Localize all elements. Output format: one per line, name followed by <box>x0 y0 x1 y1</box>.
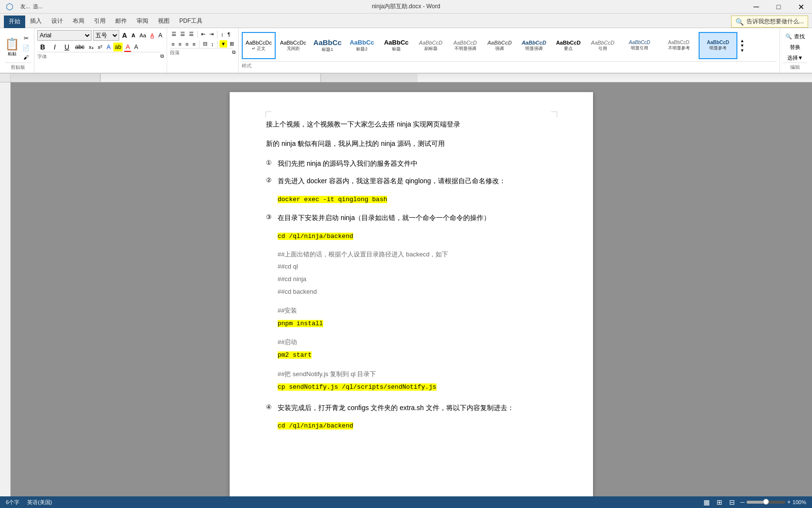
sort-btn[interactable]: ↕ <box>219 31 225 38</box>
maximize-btn[interactable]: □ <box>767 0 790 14</box>
more-btn[interactable]: 选... <box>33 3 43 10</box>
style-quote[interactable]: AaBbCcD 引用 <box>586 32 620 59</box>
num-1: ① <box>266 158 272 169</box>
style-title[interactable]: AaBbCc 标题 <box>379 32 413 59</box>
tab-design[interactable]: 设计 <box>47 15 68 28</box>
justify-btn[interactable]: ≡ <box>191 40 197 48</box>
align-left-btn[interactable]: ≡ <box>170 40 176 48</box>
cut-btn[interactable]: ✂ <box>21 34 31 43</box>
comment-2: ##cd ql <box>278 261 557 272</box>
web-layout-btn[interactable]: ⊟ <box>728 498 736 507</box>
numbered-item-2: ② 首先进入 docker 容器内，我这里容器名是 qinglong，请根据自己… <box>266 175 557 186</box>
zoom-slider[interactable] <box>747 501 785 504</box>
code-block-5: cp sendNotify.js /ql/scripts/sendNotify.… <box>278 381 557 393</box>
borders-btn[interactable]: ⊞ <box>228 40 235 48</box>
code-block-4: pm2 start <box>278 349 557 361</box>
column-btn[interactable]: ⊟ <box>202 40 209 48</box>
highlight-btn[interactable]: ab <box>113 43 123 51</box>
underline-btn[interactable]: U <box>62 42 72 52</box>
format-painter-btn[interactable]: 🖌 <box>21 53 31 61</box>
style-subtle-emphasis[interactable]: AaBbCcD 不明显强调 <box>448 32 482 59</box>
shrink-font-btn[interactable]: A <box>130 32 137 39</box>
select-btn[interactable]: 选择▼ <box>783 53 807 63</box>
style-strong[interactable]: AaBbCcD 要点 <box>551 32 585 59</box>
strikethrough-btn[interactable]: abc <box>74 43 86 51</box>
style-heading2[interactable]: AaBbCc 标题2 <box>345 32 379 59</box>
search-bar[interactable]: 🔍 告诉我您想要做什么... <box>731 16 808 28</box>
style-heading1[interactable]: AaBbCc 标题1 <box>311 32 344 59</box>
annotate-btn[interactable]: A <box>157 31 164 40</box>
edit-group-label: 编辑 <box>783 63 807 71</box>
svg-rect-0 <box>11 74 100 82</box>
paragraph-group-label: 段落 <box>170 48 232 56</box>
shading-btn[interactable]: ▼ <box>219 40 227 48</box>
tab-mailings[interactable]: 邮件 <box>110 15 132 28</box>
clear-format-btn[interactable]: A <box>149 32 156 39</box>
align-center-btn[interactable]: ≡ <box>177 40 183 48</box>
subscript-btn[interactable]: x₂ <box>87 43 95 51</box>
change-case-btn[interactable]: Aa <box>138 32 147 39</box>
minimize-btn[interactable]: ─ <box>745 0 767 14</box>
tab-layout[interactable]: 布局 <box>68 15 89 28</box>
code-3: pnpm install <box>278 320 323 327</box>
code-1: docker exec -it qinglong bash <box>278 196 387 203</box>
styles-scroll-btn[interactable]: ▲ ▼ ▼ <box>739 39 746 53</box>
style-subtitle[interactable]: AaBbCcD 副标题 <box>414 32 448 59</box>
superscript-btn[interactable]: x² <box>96 43 104 51</box>
font-name-selector[interactable]: Arial <box>37 30 92 41</box>
tab-home[interactable]: 开始 <box>4 16 25 28</box>
tab-view[interactable]: 视图 <box>153 15 174 28</box>
numbered-item-1: ① 我们先把 ninja 的源码导入我们的服务器文件中 <box>266 158 557 169</box>
bold-btn[interactable]: B <box>37 42 48 52</box>
zoom-in-btn[interactable]: + <box>787 499 791 506</box>
close-btn[interactable]: ✕ <box>790 0 812 14</box>
style-subtle-ref[interactable]: AaBbCcD 不明显参考 <box>659 32 698 59</box>
grow-font-btn[interactable]: A <box>121 31 128 40</box>
code-5: cp sendNotify.js /ql/scripts/sendNotify.… <box>278 383 437 391</box>
horizontal-ruler <box>11 74 812 82</box>
tab-review[interactable]: 审阅 <box>132 15 153 28</box>
vertical-ruler <box>0 82 11 508</box>
scroll-area[interactable]: 接上个视频，这个视频教一下大家怎么去搭 ninja 实现网页端登录 新的 nin… <box>11 82 812 508</box>
font-size-selector[interactable]: 五号 <box>93 30 119 41</box>
style-no-spacing[interactable]: AaBbCcDc 无间距 <box>276 32 310 59</box>
line-spacing-btn[interactable]: ↕ <box>210 40 216 48</box>
title-bar: ⬡ 友... 选... ninja内部互助.docx - Word ─ □ ✕ <box>0 0 812 14</box>
numbering-btn[interactable]: ☰ <box>179 30 187 38</box>
zoom-out-btn[interactable]: ─ <box>740 499 745 506</box>
copy-btn[interactable]: 📄 <box>21 44 31 52</box>
style-intense-quote[interactable]: AaBbCcD 明显引用 <box>620 32 659 59</box>
num-4: ④ <box>266 402 272 413</box>
style-intense-ref[interactable]: AaBbCcD 明显参考 <box>699 32 737 59</box>
tab-pdf[interactable]: PDF工具 <box>174 15 207 28</box>
find-btn[interactable]: 🔍 查找 <box>783 32 807 41</box>
print-layout-btn[interactable]: ▦ <box>702 498 711 507</box>
font-color-btn[interactable]: A <box>124 42 131 52</box>
tab-references[interactable]: 引用 <box>89 15 110 28</box>
replace-btn[interactable]: 替换 <box>783 43 807 52</box>
show-marks-btn[interactable]: ¶ <box>226 31 232 38</box>
font-dialog-btn[interactable]: ⧉ <box>160 53 164 59</box>
code-4: pm2 start <box>278 351 312 359</box>
style-intense-emphasis[interactable]: AaBbCcD 明显强调 <box>517 32 551 59</box>
code-block-2: cd /ql/ninja/backend <box>278 230 557 242</box>
italic-btn[interactable]: I <box>49 42 60 52</box>
window-title: ninja内部互助.docx - Word <box>372 2 440 11</box>
align-right-btn[interactable]: ≡ <box>184 40 190 48</box>
decrease-indent-btn[interactable]: ⇤ <box>200 30 207 38</box>
style-emphasis[interactable]: AaBbCcD 强调 <box>483 32 516 59</box>
status-left: 6个字 英语(美国) <box>6 499 52 506</box>
ribbon-content: 📋 粘贴 ✂ 📄 🖌 剪贴板 Arial 五号 A A Aa <box>0 28 812 74</box>
style-normal[interactable]: AaBbCcDc ↵ 正文 <box>242 32 276 59</box>
friends-btn[interactable]: 友... <box>20 3 30 10</box>
num-2: ② <box>266 175 272 186</box>
char-spacing-btn[interactable]: A <box>133 43 140 51</box>
bullets-btn[interactable]: ☰ <box>170 30 178 38</box>
text-effects-btn[interactable]: A <box>105 43 112 51</box>
increase-indent-btn[interactable]: ⇥ <box>208 30 215 38</box>
multilevel-btn[interactable]: ☰ <box>187 30 195 38</box>
tab-insert[interactable]: 插入 <box>25 15 47 28</box>
para-dialog-btn[interactable]: ⧉ <box>232 49 235 55</box>
paste-btn[interactable]: 📋 粘贴 <box>5 37 19 57</box>
full-reading-btn[interactable]: ⊞ <box>715 498 724 507</box>
